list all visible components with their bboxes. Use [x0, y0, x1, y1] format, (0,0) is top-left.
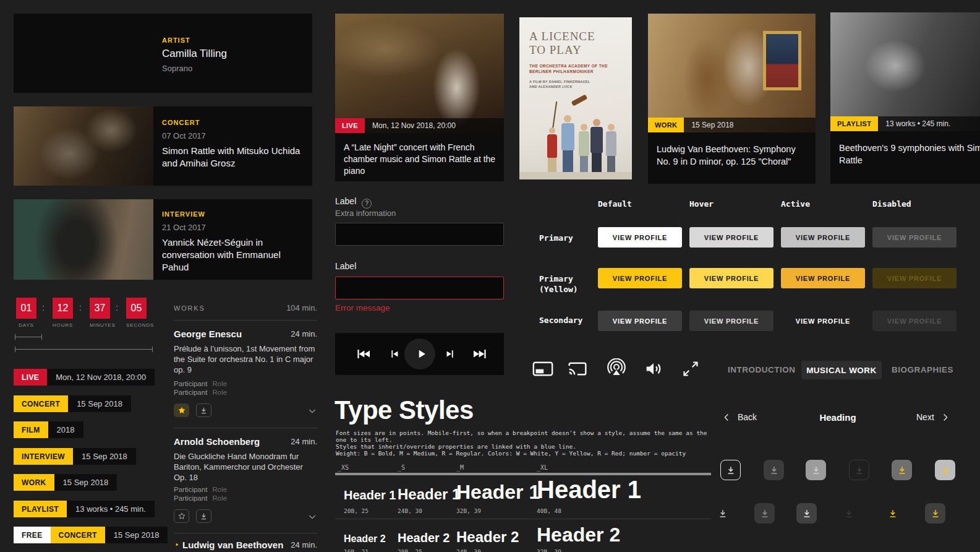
countdown-seconds: 05	[126, 298, 147, 319]
download-button-boxed-downloaded[interactable]	[892, 460, 912, 480]
breakpoint-label-m: _M	[456, 464, 464, 471]
badge-row-free-concert[interactable]: FREE CONCERT 15 Sep 2018	[14, 527, 168, 543]
next-track-icon[interactable]	[444, 348, 456, 360]
download-icon-bare-pressed[interactable]	[796, 503, 817, 524]
download-icon	[718, 509, 728, 519]
row-label-secondary: Secondary	[539, 316, 582, 325]
divider	[174, 533, 317, 533]
next-button[interactable]: Next	[916, 412, 950, 422]
expand-chevron-icon[interactable]	[307, 406, 317, 416]
download-icon	[897, 465, 907, 475]
type-styles-desc-line: Styles that inherit/override properties …	[336, 443, 713, 450]
concert-card[interactable]: CONCERT 07 Oct 2017 Simon Rattle with Mi…	[14, 106, 312, 186]
badge-row-concert[interactable]: CONCERT 15 Sep 2018	[14, 395, 131, 412]
interview-card[interactable]: INTERVIEW 21 Oct 2017 Yannick Nézet-Ségu…	[14, 199, 312, 280]
volume-icon[interactable]	[644, 359, 663, 379]
play-button[interactable]	[404, 339, 435, 369]
card-kind-label: CONCERT	[162, 119, 200, 126]
star-outline-icon	[177, 512, 186, 520]
composer-name[interactable]: Arnold Schoenberg	[174, 436, 260, 447]
player-bar	[335, 333, 504, 375]
help-icon[interactable]: ?	[362, 199, 372, 209]
type-styles-desc-line: Weight: B = Bold, M = Medium, R = Regula…	[336, 450, 713, 457]
secondary-button-disabled: VIEW PROFILE	[872, 311, 957, 331]
tab-introduction[interactable]: INTRODUCTION	[728, 365, 796, 374]
type-specimen: Header 1	[344, 488, 396, 502]
primary-yellow-button-active[interactable]: VIEW PROFILE	[781, 268, 865, 288]
previous-track-icon[interactable]	[388, 348, 401, 360]
work-card[interactable]: WORK 15 Sep 2018 Ludwig Van Beethoven: S…	[648, 14, 816, 184]
type-specimen-spec: 24B, 30	[398, 507, 422, 514]
download-icon	[888, 509, 898, 519]
primary-button-active[interactable]: VIEW PROFILE	[781, 227, 865, 248]
badge-row-playlist[interactable]: PLAYLIST 13 works • 245 min.	[14, 501, 155, 517]
download-button-boxed-default[interactable]	[720, 460, 741, 480]
input-label: Label?	[335, 196, 372, 209]
download-button-boxed-pressed[interactable]	[806, 460, 826, 480]
tab-biographies[interactable]: BIOGRAPHIES	[892, 365, 953, 374]
badge-row-film[interactable]: FILM 2018	[14, 421, 83, 438]
next-label: Next	[916, 412, 934, 422]
work-title: Ludwig Van Beethoven: Symphony No. 9 in …	[657, 143, 807, 168]
favorite-button[interactable]	[174, 403, 189, 417]
badge-row-work[interactable]: WORK 15 Sep 2018	[14, 474, 117, 491]
badge-row-interview[interactable]: INTERVIEW 15 Sep 2018	[14, 448, 136, 465]
interview-title: Yannick Nézet-Séguin in conversation wit…	[162, 236, 303, 274]
primary-yellow-button-disabled: VIEW PROFILE	[872, 268, 957, 288]
work-badge-row: WORK 15 Sep 2018	[648, 118, 816, 132]
primary-button-disabled: VIEW PROFILE	[872, 227, 957, 248]
secondary-button-default[interactable]: VIEW PROFILE	[598, 311, 682, 331]
type-specimen-spec: 40B, 48	[537, 507, 561, 514]
picture-in-picture-icon[interactable]	[532, 360, 553, 378]
back-label: Back	[738, 412, 757, 422]
download-button[interactable]	[196, 509, 211, 523]
pagination-heading: Heading	[776, 412, 900, 423]
participant-name: Participant	[174, 389, 207, 396]
text-input-error[interactable]	[335, 277, 504, 300]
input-label-text: Label	[335, 196, 356, 206]
work-badge: WORK	[648, 118, 684, 132]
airplay-icon[interactable]	[607, 358, 626, 378]
primary-button-hover[interactable]: VIEW PROFILE	[689, 227, 773, 248]
favorite-button[interactable]	[174, 509, 189, 523]
download-icon-bare-downloaded[interactable]	[882, 503, 903, 524]
download-button-boxed-hover[interactable]	[764, 460, 784, 480]
composer-name[interactable]: George Enescu	[174, 329, 242, 339]
download-icon-bare-disabled	[838, 503, 859, 524]
film-poster-card[interactable]: A LICENCE TO PLAY THE ORCHESTRA ACADEMY …	[519, 17, 632, 179]
badge-row-live[interactable]: LIVE Mon, 12 Nov 2018, 20:00	[14, 369, 155, 386]
download-button-boxed-downloaded-hover[interactable]	[935, 460, 955, 480]
primary-yellow-button-hover[interactable]: VIEW PROFILE	[689, 268, 773, 288]
chromecast-icon[interactable]	[568, 359, 587, 379]
work-thumbnail	[648, 14, 816, 132]
text-input[interactable]	[335, 223, 504, 246]
skip-to-end-icon[interactable]	[472, 347, 487, 361]
expand-chevron-icon[interactable]	[307, 512, 317, 522]
concert-title: Simon Rattle with Mitsuko Uchida and Ami…	[162, 145, 304, 170]
participant-name: Participant	[174, 494, 207, 502]
download-button[interactable]	[196, 403, 211, 417]
design-system-page: ARTIST Camilla Tilling Soprano CONCERT 0…	[0, 0, 980, 552]
back-button[interactable]: Back	[722, 412, 757, 422]
tab-musical-work[interactable]: MUSICAL WORK	[801, 361, 882, 379]
participant-name: Participant	[174, 486, 207, 493]
download-icon	[726, 465, 736, 475]
secondary-button-active[interactable]: VIEW PROFILE	[781, 311, 865, 331]
work-description: Die Gluckliche Hand Monodram fur Bariton…	[174, 451, 317, 483]
playlist-card[interactable]: PLAYLIST 13 works • 245 min. Beethoven's…	[830, 12, 980, 184]
download-icon-bare-hover[interactable]	[754, 503, 775, 524]
download-icon	[811, 465, 821, 475]
concert-thumbnail	[14, 106, 153, 186]
fullscreen-icon[interactable]	[682, 360, 699, 377]
primary-button-default[interactable]: VIEW PROFILE	[598, 227, 682, 248]
artist-card[interactable]: ARTIST Camilla Tilling Soprano	[14, 14, 312, 93]
download-icon-bare-default[interactable]	[712, 503, 733, 524]
participant-name: Participant	[174, 380, 207, 387]
download-icon-bare-downloaded-hover[interactable]	[925, 503, 945, 524]
download-button-boxed-disabled	[849, 460, 869, 480]
primary-yellow-button-default[interactable]: VIEW PROFILE	[598, 268, 682, 288]
skip-to-start-icon[interactable]	[356, 347, 371, 361]
breakpoint-ruler-bar	[335, 473, 711, 475]
secondary-button-hover[interactable]: VIEW PROFILE	[689, 311, 773, 331]
live-concert-card[interactable]: LIVE Mon, 12 Nov 2018, 20:00 A “Late Nig…	[335, 14, 504, 181]
